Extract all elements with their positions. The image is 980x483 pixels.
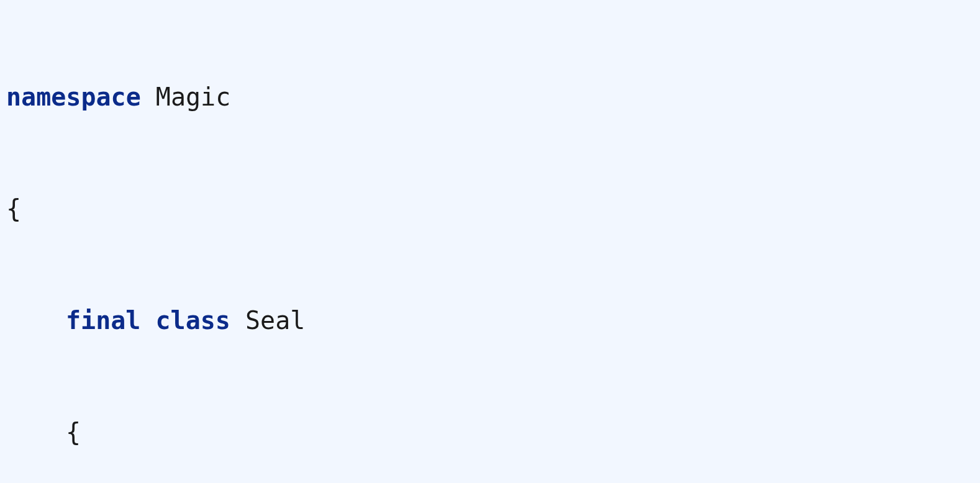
keyword-namespace: namespace bbox=[6, 83, 141, 111]
brace-open: { bbox=[6, 194, 21, 223]
brace-open: { bbox=[66, 418, 81, 446]
code-line: { bbox=[6, 413, 974, 451]
namespace-name: Magic bbox=[156, 83, 230, 111]
keyword-final: final bbox=[66, 306, 140, 335]
class-name: Seal bbox=[245, 306, 305, 335]
code-editor-viewport[interactable]: namespace Magic { final class Seal { pri… bbox=[0, 0, 980, 483]
keyword-class: class bbox=[156, 306, 230, 335]
code-line: { bbox=[6, 190, 974, 227]
code-line: final class Seal bbox=[6, 302, 974, 339]
code-line: namespace Magic bbox=[6, 78, 974, 115]
